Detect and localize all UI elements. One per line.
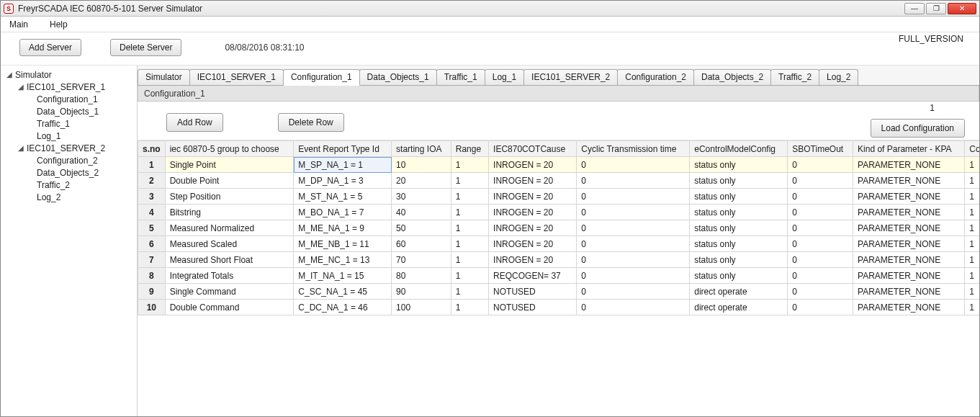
cell-cot[interactable]: INROGEN = 20 xyxy=(489,220,577,236)
cell-range[interactable]: 1 xyxy=(451,157,488,173)
cell-range[interactable]: 1 xyxy=(451,236,488,252)
column-header[interactable]: IEC870COTCause xyxy=(489,141,577,157)
tab-simulator[interactable]: Simulator xyxy=(138,69,190,85)
cell-cyclic[interactable]: 0 xyxy=(577,236,690,252)
column-header[interactable]: starting IOA xyxy=(392,141,451,157)
cell-ca[interactable]: 1 xyxy=(965,220,979,236)
tab-iec101_server_1[interactable]: IEC101_SERVER_1 xyxy=(189,69,284,85)
tree-root[interactable]: ◢Simulator xyxy=(2,68,135,81)
cell-group[interactable]: Measured Normalized xyxy=(165,220,294,236)
cell-sno[interactable]: 6 xyxy=(138,236,166,252)
cell-group[interactable]: Integrated Totals xyxy=(165,268,294,284)
cell-ctrl[interactable]: status only xyxy=(690,220,788,236)
delete-row-button[interactable]: Delete Row xyxy=(278,113,344,132)
cell-cyclic[interactable]: 0 xyxy=(577,220,690,236)
tree-item[interactable]: Data_Objects_1 xyxy=(2,105,135,117)
cell-range[interactable]: 1 xyxy=(451,220,488,236)
cell-cot[interactable]: NOTUSED xyxy=(489,284,577,300)
cell-ca[interactable]: 1 xyxy=(965,252,979,268)
cell-ctrl[interactable]: status only xyxy=(690,205,788,220)
tree-toggle-icon[interactable]: ◢ xyxy=(17,144,25,152)
cell-ioa[interactable]: 100 xyxy=(392,300,451,315)
cell-ca[interactable]: 1 xyxy=(965,284,979,300)
table-row[interactable]: 1Single PointM_SP_NA_1 = 1101INROGEN = 2… xyxy=(138,157,980,173)
cell-ioa[interactable]: 50 xyxy=(392,220,451,236)
cell-range[interactable]: 1 xyxy=(451,205,488,220)
column-header[interactable]: Range xyxy=(451,141,488,157)
cell-ioa[interactable]: 70 xyxy=(392,252,451,268)
cell-event[interactable]: C_SC_NA_1 = 45 xyxy=(294,284,392,300)
cell-event[interactable]: C_DC_NA_1 = 46 xyxy=(294,300,392,315)
cell-group[interactable]: Measured Short Float xyxy=(165,252,294,268)
cell-ctrl[interactable]: status only xyxy=(690,268,788,284)
cell-cot[interactable]: INROGEN = 20 xyxy=(489,252,577,268)
cell-sno[interactable]: 10 xyxy=(138,300,166,315)
maximize-button[interactable]: ❐ xyxy=(926,3,946,14)
cell-sbo[interactable]: 0 xyxy=(788,300,853,315)
table-row[interactable]: 2Double PointM_DP_NA_1 = 3201INROGEN = 2… xyxy=(138,173,980,189)
cell-ca[interactable]: 1 xyxy=(965,173,979,189)
tab-iec101_server_2[interactable]: IEC101_SERVER_2 xyxy=(523,69,618,85)
cell-sbo[interactable]: 0 xyxy=(788,252,853,268)
cell-range[interactable]: 1 xyxy=(451,189,488,205)
add-server-button[interactable]: Add Server xyxy=(19,39,81,56)
cell-sno[interactable]: 8 xyxy=(138,268,166,284)
cell-kpa[interactable]: PARAMETER_NONE xyxy=(853,189,965,205)
table-row[interactable]: 5Measured NormalizedM_ME_NA_1 = 9501INRO… xyxy=(138,220,980,236)
cell-sbo[interactable]: 0 xyxy=(788,236,853,252)
cell-ioa[interactable]: 90 xyxy=(392,284,451,300)
cell-event[interactable]: M_DP_NA_1 = 3 xyxy=(294,173,392,189)
tab-data_objects_2[interactable]: Data_Objects_2 xyxy=(693,69,771,85)
cell-ioa[interactable]: 10 xyxy=(392,157,451,173)
tree-server[interactable]: ◢IEC101_SERVER_1 xyxy=(2,81,135,93)
column-header[interactable]: Event Report Type Id xyxy=(294,141,392,157)
table-row[interactable]: 7Measured Short FloatM_ME_NC_1 = 13701IN… xyxy=(138,252,980,268)
cell-cyclic[interactable]: 0 xyxy=(577,173,690,189)
cell-sbo[interactable]: 0 xyxy=(788,268,853,284)
cell-ctrl[interactable]: status only xyxy=(690,252,788,268)
column-header[interactable]: Kind of Parameter - KPA xyxy=(853,141,965,157)
menu-main[interactable]: Main xyxy=(5,17,32,32)
grid-scroll[interactable]: s.noiec 60870-5 group to chooseEvent Rep… xyxy=(138,140,979,416)
cell-group[interactable]: Step Position xyxy=(165,189,294,205)
tab-traffic_1[interactable]: Traffic_1 xyxy=(436,69,485,85)
cell-cyclic[interactable]: 0 xyxy=(577,284,690,300)
cell-kpa[interactable]: PARAMETER_NONE xyxy=(853,220,965,236)
sidebar-tree[interactable]: ◢Simulator◢IEC101_SERVER_1Configuration_… xyxy=(1,66,138,416)
column-header[interactable]: Cyclic Transmission time xyxy=(577,141,690,157)
cell-kpa[interactable]: PARAMETER_NONE xyxy=(853,268,965,284)
cell-cot[interactable]: INROGEN = 20 xyxy=(489,236,577,252)
cell-sno[interactable]: 2 xyxy=(138,173,166,189)
cell-ctrl[interactable]: status only xyxy=(690,189,788,205)
cell-cot[interactable]: INROGEN = 20 xyxy=(489,157,577,173)
tab-configuration_2[interactable]: Configuration_2 xyxy=(617,69,694,85)
cell-ioa[interactable]: 60 xyxy=(392,236,451,252)
cell-ca[interactable]: 1 xyxy=(965,300,979,315)
cell-event[interactable]: M_BO_NA_1 = 7 xyxy=(294,205,392,220)
cell-cot[interactable]: INROGEN = 20 xyxy=(489,205,577,220)
cell-sbo[interactable]: 0 xyxy=(788,284,853,300)
cell-sno[interactable]: 7 xyxy=(138,252,166,268)
cell-kpa[interactable]: PARAMETER_NONE xyxy=(853,284,965,300)
cell-range[interactable]: 1 xyxy=(451,300,488,315)
tree-item[interactable]: Log_2 xyxy=(2,191,135,203)
cell-cyclic[interactable]: 0 xyxy=(577,252,690,268)
cell-ioa[interactable]: 40 xyxy=(392,205,451,220)
table-row[interactable]: 10Double CommandC_DC_NA_1 = 461001NOTUSE… xyxy=(138,300,980,315)
cell-sno[interactable]: 1 xyxy=(138,157,166,173)
cell-ctrl[interactable]: direct operate xyxy=(690,284,788,300)
cell-cot[interactable]: INROGEN = 20 xyxy=(489,173,577,189)
column-header[interactable]: iec 60870-5 group to choose xyxy=(165,141,294,157)
add-row-button[interactable]: Add Row xyxy=(166,113,223,132)
cell-ctrl[interactable]: status only xyxy=(690,157,788,173)
minimize-button[interactable]: — xyxy=(904,3,925,14)
cell-cyclic[interactable]: 0 xyxy=(577,157,690,173)
cell-kpa[interactable]: PARAMETER_NONE xyxy=(853,205,965,220)
tree-item[interactable]: Configuration_2 xyxy=(2,154,135,166)
cell-sno[interactable]: 4 xyxy=(138,205,166,220)
tree-item[interactable]: Log_1 xyxy=(2,130,135,142)
cell-kpa[interactable]: PARAMETER_NONE xyxy=(853,236,965,252)
cell-event[interactable]: M_ME_NA_1 = 9 xyxy=(294,220,392,236)
cell-ioa[interactable]: 20 xyxy=(392,173,451,189)
cell-sbo[interactable]: 0 xyxy=(788,220,853,236)
